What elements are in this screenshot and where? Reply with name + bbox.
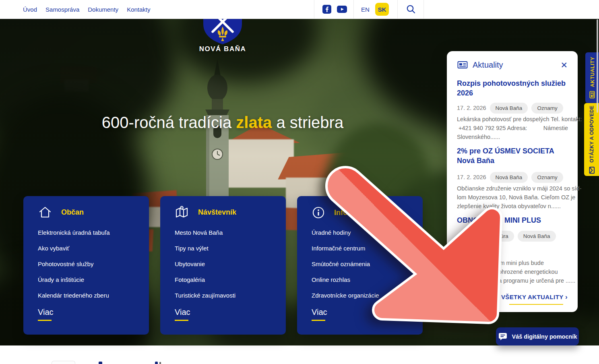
excerpt-line: chudobou. Výzva programu je určená pre .… — [457, 276, 568, 285]
next-section-fragment — [159, 362, 161, 364]
tag-badge[interactable]: Nová Baňa — [490, 103, 528, 114]
excerpt-line: zlepšenie kvality života obyvateľov n...… — [457, 202, 568, 211]
link-mesto-nova-bana[interactable]: Mesto Nová Baňa — [175, 229, 235, 236]
next-section-fragment — [155, 362, 158, 364]
side-tab-otazky-a-odpovede[interactable]: OTÁZKY A ODPOVEDE — [584, 103, 599, 176]
hero-heading-pre: 600-ročná tradícia — [102, 114, 236, 131]
card-navstevnik-header: Návštevník — [175, 206, 236, 219]
link-zdravotnicke-organizacie[interactable]: Zdravotnícke organizácie — [312, 292, 379, 299]
excerpt-line: lom Moyzesova 10, Nová Baňa. Cieľom OZ j… — [457, 193, 568, 202]
link-kalendar-triedeneho-zberu[interactable]: Kalendár triedeného zberu — [38, 292, 110, 299]
side-tab-otazky-label: OTÁZKY A ODPOVEDE — [589, 105, 595, 162]
link-ubytovanie[interactable]: Ubytovanie — [175, 261, 235, 267]
link-online-rozhlas[interactable]: Online rozhlas — [312, 276, 379, 283]
news-item-excerpt: Občianske združenie vzniklo v máji 2024 … — [457, 184, 568, 211]
link-uradne-hodiny[interactable]: Úradné hodiny — [312, 229, 379, 236]
news-item-excerpt: Výzva Obnov dom mini plus bude pre domác… — [457, 259, 568, 285]
main-nav: Úvod Samospráva Dokumenty Kontakty — [23, 0, 151, 19]
news-item-date: 17. 2. 2026 — [457, 172, 486, 183]
card-informacie: Informácie Úradné hodiny Informačné cent… — [297, 196, 423, 335]
top-header: Úvod Samospráva Dokumenty Kontakty EN SK — [0, 0, 599, 19]
next-section-fragment — [99, 362, 102, 364]
header-divider — [423, 0, 424, 19]
link-informacne-centrum[interactable]: Informačné centrum — [312, 245, 379, 252]
lang-en-button[interactable]: EN — [360, 6, 370, 13]
house-icon — [38, 206, 52, 219]
link-ako-vybavit[interactable]: Ako vybaviť — [38, 245, 110, 252]
link-turisticke-zaujimavosti[interactable]: Turistické zaujímavosti — [175, 292, 235, 299]
card-obcan-header: Občan — [38, 206, 84, 219]
excerpt-line: pre domácnosti ohrozené energetickou — [457, 267, 568, 276]
newspaper-icon — [457, 60, 468, 70]
card-navstevnik-more-label: Viac — [175, 308, 190, 317]
map-icon — [175, 206, 189, 219]
all-news-link[interactable]: VŠETKY AKTUALITY › — [457, 293, 568, 301]
link-fotogaleria[interactable]: Fotogaléria — [175, 276, 235, 283]
news-panel-title: Aktuality — [473, 60, 503, 70]
hero-heading: 600-ročná tradícia zlata a striebra — [0, 114, 445, 132]
tag-badge[interactable]: Kultúra — [485, 231, 514, 242]
header-divider — [353, 0, 354, 19]
facebook-icon[interactable] — [322, 5, 331, 14]
lang-sk-button[interactable]: SK — [375, 3, 389, 16]
digital-assistant-button[interactable]: Váš digitálny pomocník — [496, 327, 579, 345]
excerpt-line: Slovenského...... — [457, 132, 568, 141]
card-obcan-more-label: Viac — [38, 308, 54, 317]
link-urady-a-institucie[interactable]: Úrady a inštitúcie — [38, 276, 110, 283]
link-pohotovostne-sluzby[interactable]: Pohotovostné služby — [38, 261, 110, 267]
header-divider — [397, 0, 398, 19]
yellow-underline — [312, 320, 325, 321]
news-item-meta: 17. 2. 2026 Nová Baňa Oznamy — [457, 172, 568, 183]
card-navstevnik: Návštevník Mesto Nová Baňa Tipy na výlet… — [160, 196, 286, 335]
news-panel-header: Aktuality ✕ — [457, 60, 568, 70]
nav-item-uvod[interactable]: Úvod — [23, 6, 37, 13]
excerpt-line: Lekárska pohotovosť pre dospelých Tel. k… — [457, 115, 568, 124]
digital-assistant-label: Váš digitálny pomocník — [512, 333, 577, 340]
all-news-label: VŠETKY AKTUALITY — [501, 294, 563, 300]
tag-badge[interactable]: Nová Baňa — [518, 231, 556, 242]
page: 600-ročná tradícia zlata a striebra Úvod… — [0, 0, 599, 364]
news-item-title[interactable]: OBNOV DOM MINI PLUS — [457, 215, 568, 225]
card-informacie-more-link[interactable]: Viac — [312, 308, 327, 321]
hero-heading-highlight: zlata — [236, 114, 272, 131]
nav-item-kontakty[interactable]: Kontakty — [127, 6, 150, 13]
news-item-meta: 17. 2. 2026 Nová Baňa Oznamy — [457, 103, 568, 114]
card-navstevnik-more-link[interactable]: Viac — [175, 308, 190, 321]
social-links — [322, 0, 347, 19]
link-tipy-na-vylet[interactable]: Tipy na výlet — [175, 245, 235, 252]
news-item-meta: Kultúra Nová Baňa — [457, 231, 568, 242]
news-item-title[interactable]: Rozpis pohotovostných služieb 2026 — [457, 79, 568, 98]
card-navstevnik-title[interactable]: Návštevník — [198, 208, 236, 217]
card-obcan-links: Elektronická úradná tabuľa Ako vybaviť P… — [38, 229, 110, 299]
next-section-fragment — [52, 361, 75, 364]
link-elektronicka-uradna-tabula[interactable]: Elektronická úradná tabuľa — [38, 229, 110, 236]
card-informacie-more-label: Viac — [312, 308, 327, 317]
card-informacie-header: Informácie — [312, 206, 371, 219]
excerpt-line: +421 940 792 925 Adresa: Námestie — [457, 124, 568, 132]
card-obcan-title[interactable]: Občan — [61, 208, 84, 217]
chevron-right-icon: › — [565, 293, 568, 301]
info-icon — [312, 206, 325, 219]
tag-badge[interactable]: Oznamy — [531, 103, 563, 114]
news-item-title[interactable]: 2% pre OZ ÚSMEV SOCIETA Nová Baňa — [457, 146, 570, 165]
search-button[interactable] — [405, 3, 417, 16]
news-item-date: 17. 2. 2026 — [457, 103, 486, 114]
scrollbar-thumb[interactable] — [597, 19, 598, 113]
town-name: NOVÁ BAŇA — [172, 45, 273, 53]
chat-icon — [498, 332, 508, 341]
nav-item-dokumenty[interactable]: Dokumenty — [88, 6, 118, 13]
yellow-underline — [38, 320, 52, 321]
card-informacie-title[interactable]: Informácie — [334, 209, 371, 217]
nav-item-samosprava[interactable]: Samospráva — [45, 6, 79, 13]
card-informacie-links: Úradné hodiny Informačné centrum Smútočn… — [312, 229, 379, 299]
hero-heading-post: a striebra — [272, 114, 343, 131]
tag-badge[interactable]: Nová Baňa — [490, 172, 528, 183]
news-panel: Aktuality ✕ Rozpis pohotovostných služie… — [447, 51, 578, 312]
language-switcher: EN SK — [360, 0, 389, 19]
youtube-icon[interactable] — [337, 6, 347, 13]
tag-badge[interactable]: Oznamy — [531, 172, 563, 183]
side-tab-aktuality-label: AKTUALITY — [589, 57, 595, 87]
link-smutocne-oznamenia[interactable]: Smútočné oznámenia — [312, 261, 379, 267]
card-obcan-more-link[interactable]: Viac — [38, 308, 54, 321]
close-icon[interactable]: ✕ — [560, 60, 568, 70]
